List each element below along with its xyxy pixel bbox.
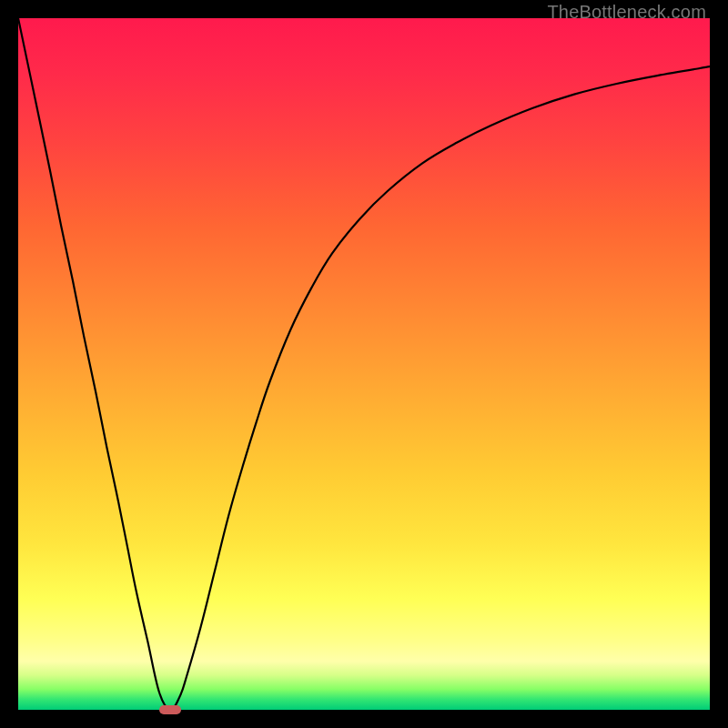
watermark-text: TheBottleneck.com xyxy=(547,2,706,23)
chart-frame: TheBottleneck.com xyxy=(0,0,728,728)
optimal-marker xyxy=(159,705,181,715)
bottleneck-curve xyxy=(18,18,710,710)
plot-area xyxy=(18,18,710,710)
